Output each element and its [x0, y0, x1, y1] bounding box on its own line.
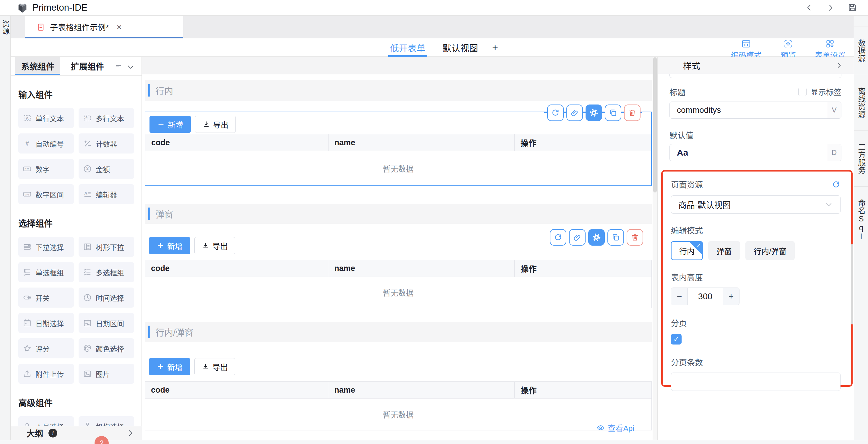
component-item[interactable]: 日期区间: [79, 313, 134, 333]
right-rail-tab[interactable]: 数据源: [854, 27, 868, 75]
list-menu-icon[interactable]: [115, 62, 122, 70]
section-header-dialog[interactable]: 弹窗: [145, 204, 652, 224]
component-item[interactable]: 时间选择: [79, 287, 134, 308]
pagination-checkbox[interactable]: ✓: [671, 334, 682, 344]
person-icon: [23, 421, 32, 426]
chevron-down-icon[interactable]: [126, 63, 135, 71]
component-item[interactable]: 计数器: [79, 133, 134, 153]
add-row-button[interactable]: 新增: [149, 237, 190, 254]
component-item[interactable]: 下拉选择: [18, 237, 74, 257]
page-resource-select[interactable]: 商品-默认视图: [671, 196, 840, 214]
gear-icon[interactable]: [586, 104, 602, 121]
svg-text:123: 123: [25, 168, 29, 171]
edit-mode-option[interactable]: 弹窗: [708, 241, 740, 260]
variable-suffix-button[interactable]: V: [827, 102, 841, 118]
column-header-code[interactable]: code: [145, 134, 329, 151]
select-down-icon: [23, 242, 32, 251]
right-rail-tab[interactable]: 三方服务: [854, 131, 868, 186]
form-action-buttons: 编码模式 预览 表单设置: [731, 38, 845, 57]
tab-system-components[interactable]: 系统组件: [16, 57, 60, 75]
add-view-button[interactable]: +: [492, 38, 498, 57]
component-item[interactable]: A 单行文本: [18, 108, 74, 128]
component-item[interactable]: ¥ 金额: [79, 159, 134, 179]
component-item[interactable]: 评分: [18, 338, 74, 358]
default-value-input[interactable]: Aa D: [670, 144, 841, 161]
section-header-inline-dialog[interactable]: 行内/弹窗: [145, 322, 652, 342]
save-icon[interactable]: [847, 3, 857, 13]
scrollbar-thumb[interactable]: [653, 57, 657, 193]
export-button[interactable]: 导出: [194, 358, 235, 375]
subtable-widget-inline-selected[interactable]: 新增 导出 code name 操作 暂无数据: [145, 112, 652, 186]
inspector-scrollbar-thumb[interactable]: [851, 244, 853, 325]
column-header-actions[interactable]: 操作: [515, 260, 651, 277]
add-row-button[interactable]: 新增: [149, 358, 190, 375]
table-height-value[interactable]: 300: [688, 288, 723, 305]
column-header-name[interactable]: name: [328, 382, 515, 398]
dynamic-suffix-button[interactable]: D: [827, 144, 841, 161]
collapsed-section-row[interactable]: 样式: [658, 57, 854, 74]
component-item[interactable]: # 自动编号: [18, 133, 74, 153]
widget-toolbar: [550, 229, 643, 246]
component-item[interactable]: 123 数字: [18, 159, 74, 179]
code-window-icon: [741, 39, 751, 49]
refresh-icon[interactable]: [550, 229, 566, 246]
right-rail-tab[interactable]: 命名Sql: [854, 186, 868, 253]
component-item[interactable]: 多选框组: [79, 262, 134, 282]
group-title-choice: 选择组件: [18, 217, 134, 229]
chevron-right-icon[interactable]: [126, 429, 135, 438]
close-icon[interactable]: ×: [117, 22, 122, 32]
add-row-button[interactable]: 新增: [150, 116, 191, 133]
column-header-code[interactable]: code: [145, 260, 328, 277]
resource-rail-tab[interactable]: 资源: [1, 20, 10, 35]
link-icon[interactable]: [566, 104, 583, 121]
column-header-name[interactable]: name: [329, 134, 515, 151]
section-header-inline[interactable]: 行内: [145, 80, 652, 101]
subtable-inline-dialog[interactable]: code name 操作 暂无数据: [145, 381, 652, 431]
show-label-checkbox[interactable]: [798, 88, 807, 96]
view-tab[interactable]: 默认视图: [442, 38, 478, 57]
tab-extension-components[interactable]: 扩展组件: [65, 57, 110, 75]
component-item[interactable]: 人员选择: [18, 416, 74, 426]
column-header-code[interactable]: code: [145, 382, 328, 398]
link-icon[interactable]: [569, 229, 586, 246]
history-forward-icon[interactable]: [826, 3, 835, 12]
component-item[interactable]: 机构选择: [79, 416, 134, 426]
column-header-actions[interactable]: 操作: [515, 134, 651, 151]
gear-icon[interactable]: [588, 229, 605, 246]
edit-mode-option[interactable]: 行内/弹窗: [745, 241, 795, 260]
export-button[interactable]: 导出: [195, 116, 236, 133]
document-tab[interactable]: 子表格组件示例* ×: [25, 15, 183, 38]
component-item[interactable]: 颜色选择: [79, 338, 134, 358]
component-item[interactable]: 树形下拉: [79, 237, 134, 257]
title-input[interactable]: commoditys V: [670, 102, 841, 119]
copy-icon[interactable]: [608, 229, 624, 246]
column-header-actions[interactable]: 操作: [515, 382, 651, 398]
copy-icon[interactable]: [605, 104, 621, 121]
history-back-icon[interactable]: [805, 3, 814, 12]
view-tab[interactable]: 低开表单: [390, 38, 426, 57]
component-item[interactable]: A 编辑器: [79, 184, 134, 204]
canvas-scrollbar[interactable]: [653, 57, 657, 440]
column-header-name[interactable]: name: [328, 260, 515, 277]
delete-icon[interactable]: [624, 104, 641, 121]
component-item[interactable]: 日期选择: [18, 313, 74, 333]
view-api-link[interactable]: 查看Api: [596, 422, 634, 433]
right-rail-tab[interactable]: 离线资源: [854, 75, 868, 131]
subtable-dialog[interactable]: code name 操作 暂无数据: [145, 260, 652, 308]
component-item[interactable]: 开关: [18, 287, 74, 308]
edit-mode-option[interactable]: 行内: [671, 241, 703, 260]
plus-button[interactable]: +: [723, 288, 739, 305]
component-item[interactable]: 1~3 数字区间: [18, 184, 74, 204]
outline-bar[interactable]: 大纲 i: [11, 426, 142, 440]
component-item[interactable]: 图片: [79, 364, 134, 384]
minus-button[interactable]: −: [671, 288, 688, 305]
export-button[interactable]: 导出: [194, 237, 235, 254]
component-item[interactable]: 附件上传: [18, 364, 74, 384]
component-item[interactable]: A 多行文本: [79, 108, 134, 128]
component-item[interactable]: 单选框组: [18, 262, 74, 282]
delete-icon[interactable]: [627, 229, 643, 246]
refresh-icon[interactable]: [832, 180, 840, 189]
pagination-label: 分页: [671, 317, 840, 329]
page-size-input[interactable]: [671, 373, 840, 391]
refresh-icon[interactable]: [547, 104, 564, 121]
